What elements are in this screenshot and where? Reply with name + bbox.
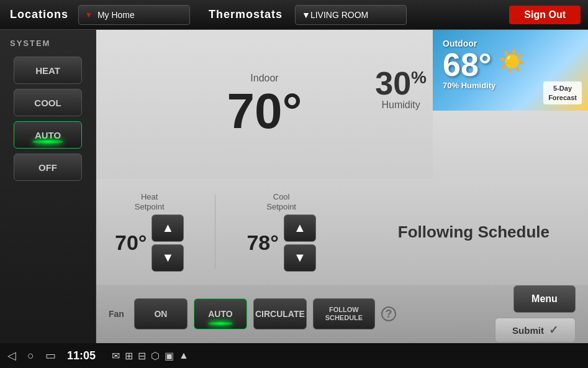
bottom-bar: ◁ ○ ▭ 11:05 ✉ ⊞ ⊟ ⬡ ▣ ▲ xyxy=(0,343,588,368)
room-dropdown-arrow: ▼ xyxy=(302,10,310,20)
dropdown-arrow: ▼ xyxy=(85,11,93,19)
heat-setpoint-row: 70° ▲ ▼ xyxy=(115,214,184,272)
humidity-label: Humidity xyxy=(375,99,427,111)
fan-follow-schedule-button[interactable]: FOLLOW SCHEDULE xyxy=(313,298,375,329)
humidity-section: 30% Humidity xyxy=(375,67,427,111)
lock-icon: ⊟ xyxy=(138,350,146,362)
email-icon: ✉ xyxy=(112,350,120,362)
apps-icon[interactable]: ▭ xyxy=(45,349,56,362)
time-display: 11:05 xyxy=(67,349,96,362)
humidity-value: 30% xyxy=(375,67,427,99)
heat-button[interactable]: HEAT xyxy=(14,57,82,84)
cool-setpoint-value: 78° xyxy=(247,231,278,255)
fan-help-icon[interactable]: ? xyxy=(381,306,396,321)
cool-setpoint-label: CoolSetpoint xyxy=(266,192,296,211)
indoor-temp: 70° xyxy=(227,86,302,136)
wifi-icon: ▲ xyxy=(179,350,189,361)
my-home-label: My Home xyxy=(97,10,135,20)
setpoint-area: HeatSetpoint 70° ▲ ▼ CoolSetpoint 78° ▲ … xyxy=(96,179,588,285)
indoor-label: Indoor xyxy=(250,73,278,84)
bag-icon: ⊞ xyxy=(125,350,133,362)
cool-up-button[interactable]: ▲ xyxy=(284,214,316,242)
cool-setpoint-group: CoolSetpoint 78° ▲ ▼ xyxy=(247,192,315,271)
system-label: SYSTEM xyxy=(6,39,50,48)
fan-auto-button[interactable]: AUTO xyxy=(194,298,247,329)
check-icon: ✓ xyxy=(549,323,558,337)
setpoint-divider xyxy=(215,195,215,269)
fan-circulate-button[interactable]: CIRCULATE xyxy=(253,298,307,329)
heat-setpoint-group: HeatSetpoint 70° ▲ ▼ xyxy=(115,192,184,271)
heat-setpoint-arrows: ▲ ▼ xyxy=(152,214,184,272)
heat-up-button[interactable]: ▲ xyxy=(152,214,184,242)
signout-button[interactable]: Sign Out xyxy=(509,6,581,24)
room-dropdown[interactable]: ▼ LIVING ROOM xyxy=(295,5,407,25)
thermostats-label: Thermostats xyxy=(190,8,295,21)
device-icon: ▣ xyxy=(165,350,174,362)
android-icon: ⬡ xyxy=(151,350,160,362)
system-status-icons: ✉ ⊞ ⊟ ⬡ ▣ ▲ xyxy=(112,350,189,362)
cool-down-button[interactable]: ▼ xyxy=(284,244,316,272)
weather-panel: Outdoor 68° ☀️ 70% Humidity 5-DayForecas… xyxy=(433,30,588,111)
top-bar: Locations ▼ My Home Thermostats ▼ LIVING… xyxy=(0,0,588,30)
system-panel: SYSTEM HEAT COOL AUTO OFF xyxy=(0,30,96,343)
room-label: LIVING ROOM xyxy=(310,10,368,20)
off-button[interactable]: OFF xyxy=(14,154,82,181)
fan-label: Fan xyxy=(109,309,124,319)
schedule-text: Following Schedule xyxy=(378,223,569,242)
heat-setpoint-value: 70° xyxy=(115,231,147,255)
submit-button[interactable]: Submit ✓ xyxy=(495,318,576,343)
fan-area: Fan ON AUTO CIRCULATE FOLLOW SCHEDULE ? … xyxy=(96,285,588,343)
cool-setpoint-arrows: ▲ ▼ xyxy=(284,214,316,272)
forecast-button[interactable]: 5-DayForecast xyxy=(543,81,582,104)
sun-icon: ☀️ xyxy=(498,48,526,75)
heat-setpoint-label: HeatSetpoint xyxy=(135,192,165,211)
back-icon[interactable]: ◁ xyxy=(7,349,16,362)
status-icons: 11:05 xyxy=(67,349,96,362)
menu-button[interactable]: Menu xyxy=(513,285,576,313)
submit-label: Submit xyxy=(512,325,544,336)
outdoor-temp-row: 68° ☀️ xyxy=(443,48,526,81)
home-icon[interactable]: ○ xyxy=(27,349,34,362)
locations-label: Locations xyxy=(0,8,78,21)
fan-on-button[interactable]: ON xyxy=(134,298,188,329)
auto-button[interactable]: AUTO xyxy=(14,121,82,149)
my-home-dropdown[interactable]: ▼ My Home xyxy=(78,5,190,25)
cool-button[interactable]: COOL xyxy=(14,89,82,116)
heat-down-button[interactable]: ▼ xyxy=(152,244,184,272)
outdoor-temp: 68° xyxy=(443,48,492,81)
cool-setpoint-row: 78° ▲ ▼ xyxy=(247,214,315,272)
main-area: Indoor 70° 30% Humidity Outdoor 68° ☀️ 7… xyxy=(96,30,588,343)
right-controls: Menu Submit ✓ xyxy=(495,285,576,343)
outdoor-humidity: 70% Humidity xyxy=(443,81,495,90)
